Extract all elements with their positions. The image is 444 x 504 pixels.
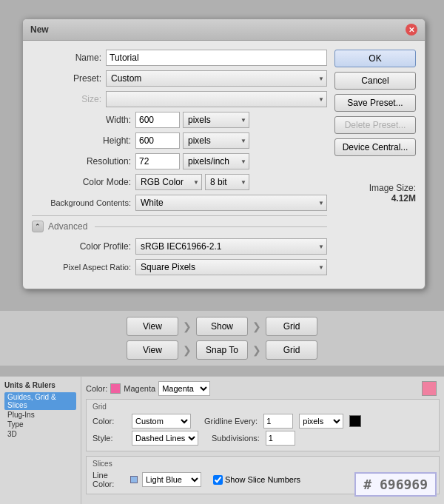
colorprofile-label: Color Profile: <box>32 241 135 252</box>
color-select[interactable]: Magenta <box>158 381 210 396</box>
button-area: OK Cancel Save Preset... Delete Preset..… <box>334 50 416 280</box>
pixelaspect-select-wrap: Square Pixels ▼ <box>135 259 327 275</box>
grid-section: Grid Color: Custom Gridline Every: pixel… <box>86 399 440 451</box>
view-button-2[interactable]: View <box>127 340 178 360</box>
size-select-wrap: ▼ <box>106 91 327 107</box>
gridline-label: Gridline Every: <box>204 417 258 426</box>
gridline-unit-select[interactable]: pixels <box>299 414 343 429</box>
grid-color-select-wrap: Custom <box>132 414 191 429</box>
resolution-unit-select[interactable]: pixels/inch <box>183 153 249 169</box>
toolbar-row-2: View ❯ Snap To ❯ Grid <box>89 340 355 360</box>
show-numbers-label: Show Slice Numbers <box>213 475 300 485</box>
grid-style-select[interactable]: Dashed Lines <box>132 431 198 446</box>
grid-color-select[interactable]: Custom <box>132 414 191 429</box>
height-input-group: pixels ▼ <box>135 132 249 149</box>
colormode-select-wrap: RGB Color ▼ <box>135 174 202 190</box>
new-dialog: New ✕ Name: Preset: Custom ▼ Si <box>22 19 426 289</box>
sidebar-item-type[interactable]: Type <box>4 420 76 429</box>
left-sidebar: Units & Rulers Guides, Grid & Slices Plu… <box>0 377 81 504</box>
resolution-unit-wrap: pixels/inch ▼ <box>183 153 249 169</box>
gridline-unit-select-wrap: pixels <box>299 414 343 429</box>
grid-color-label: Color: <box>92 417 126 426</box>
background-select-wrap: White ▼ <box>135 195 327 211</box>
preset-row: Preset: Custom ▼ <box>32 70 327 87</box>
snap-to-button[interactable]: Snap To <box>196 340 248 360</box>
size-select[interactable] <box>106 91 327 107</box>
hex-display: # 696969 <box>354 472 437 497</box>
delete-preset-button: Delete Preset... <box>334 116 416 134</box>
imagesize-value: 4.12M <box>334 193 416 204</box>
colormode-row: Color Mode: RGB Color ▼ 8 bit ▼ <box>32 174 327 190</box>
width-unit-select[interactable]: pixels <box>183 112 249 128</box>
show-button[interactable]: Show <box>196 317 248 336</box>
sidebar-item-3d[interactable]: 3D <box>4 429 76 439</box>
chevron-right-icon-1: ❯ <box>183 320 192 332</box>
grid-button-2[interactable]: Grid <box>266 340 317 360</box>
pink-swatch-icon[interactable] <box>422 381 437 396</box>
sidebar-item-plugins[interactable]: Plug-Ins <box>4 410 76 420</box>
line-color-dot-icon <box>130 476 138 483</box>
width-input[interactable] <box>135 112 180 128</box>
line-color-select[interactable]: Light Blue <box>142 472 201 487</box>
subdivisions-input[interactable] <box>266 431 295 446</box>
name-input[interactable] <box>106 50 327 66</box>
device-central-button[interactable]: Device Central... <box>334 138 416 156</box>
grid-style-label: Style: <box>92 434 126 443</box>
height-unit-select[interactable]: pixels <box>183 132 249 149</box>
colorbit-select[interactable]: 8 bit <box>205 174 249 190</box>
name-row: Name: <box>32 50 327 66</box>
height-input[interactable] <box>135 132 180 149</box>
dialog-body: Name: Preset: Custom ▼ Size: <box>23 41 425 289</box>
name-label: Name: <box>32 53 106 63</box>
pixelaspect-label: Pixel Aspect Ratio: <box>32 263 135 272</box>
color-select-wrap: Magenta <box>158 381 210 396</box>
preset-select-wrap: Custom ▼ <box>106 70 327 87</box>
toolbar-area: View ❯ Show ❯ Grid View ❯ Snap To ❯ Grid <box>0 311 444 366</box>
colorprofile-select[interactable]: sRGB IEC61966-2.1 <box>135 238 327 255</box>
size-label: Size: <box>32 94 106 104</box>
height-unit-wrap: pixels ▼ <box>183 132 249 149</box>
background-row: Background Contents: White ▼ <box>32 195 327 211</box>
preset-select[interactable]: Custom <box>106 70 327 87</box>
advanced-title: Advanced <box>48 221 87 232</box>
grid-button-1[interactable]: Grid <box>266 317 317 336</box>
width-label: Width: <box>32 115 135 125</box>
line-color-select-wrap: Light Blue <box>142 472 201 487</box>
save-preset-button[interactable]: Save Preset... <box>334 94 416 112</box>
background-select[interactable]: White <box>135 195 327 211</box>
width-row: Width: pixels ▼ <box>32 112 327 128</box>
resolution-input[interactable] <box>135 153 180 169</box>
width-unit-wrap: pixels ▼ <box>183 112 249 128</box>
dialog-title: New <box>30 24 49 35</box>
show-numbers-text: Show Slice Numbers <box>225 475 300 484</box>
sidebar-title-1: Units & Rulers <box>4 381 76 389</box>
close-button[interactable]: ✕ <box>406 24 417 36</box>
colorbit-select-wrap: 8 bit ▼ <box>205 174 249 190</box>
sidebar-item-guides[interactable]: Guides, Grid & Slices <box>4 392 76 410</box>
grid-style-row: Style: Dashed Lines Subdivisions: <box>92 431 433 446</box>
show-numbers-checkbox[interactable] <box>213 475 223 485</box>
preset-label: Preset: <box>32 73 106 84</box>
grid-section-title: Grid <box>92 403 433 411</box>
advanced-section: ⌃ Advanced Color Profile: sRGB IEC61966-… <box>32 215 327 275</box>
colormode-select[interactable]: RGB Color <box>135 174 202 190</box>
grid-color-swatch[interactable] <box>349 415 361 427</box>
magenta-swatch-icon[interactable] <box>110 383 121 394</box>
chevron-right-icon-4: ❯ <box>252 344 261 356</box>
pixelaspect-select[interactable]: Square Pixels <box>135 259 327 275</box>
colorprofile-row: Color Profile: sRGB IEC61966-2.1 ▼ <box>32 238 327 255</box>
width-input-group: pixels ▼ <box>135 112 249 128</box>
line-color-label: Line Color: <box>92 471 126 488</box>
view-button-1[interactable]: View <box>127 317 178 336</box>
ok-button[interactable]: OK <box>334 50 416 67</box>
advanced-toggle-button[interactable]: ⌃ <box>32 221 44 232</box>
imagesize-container: Image Size: 4.12M <box>334 168 416 204</box>
gridline-input[interactable] <box>263 414 293 429</box>
height-label: Height: <box>32 135 135 146</box>
resolution-label: Resolution: <box>32 156 135 167</box>
pixelaspect-row: Pixel Aspect Ratio: Square Pixels ▼ <box>32 259 327 275</box>
colormode-label: Color Mode: <box>32 177 135 187</box>
color-value: Magenta <box>124 384 155 393</box>
cancel-button[interactable]: Cancel <box>334 72 416 90</box>
chevron-right-icon-2: ❯ <box>252 320 261 332</box>
